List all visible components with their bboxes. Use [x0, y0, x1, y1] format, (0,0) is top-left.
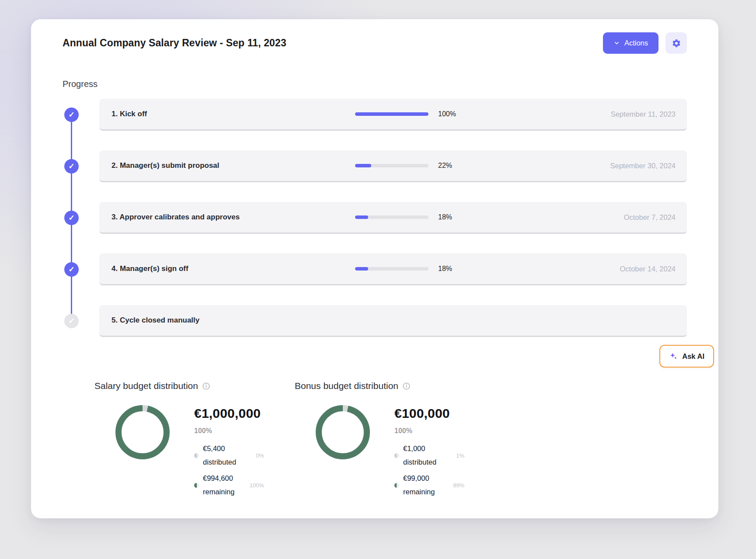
check-icon: ✓: [68, 265, 74, 274]
progress-step-row-1[interactable]: 1. Kick off 100% September 11, 2023: [99, 99, 687, 131]
salary-donut-chart: [112, 402, 173, 463]
step-completed-icon: ✓: [64, 159, 79, 174]
step-pending-icon: ✓: [64, 314, 79, 328]
salary-legend: €5,400 distributed 0% €994,600 remaining: [194, 442, 264, 499]
salary-budget-title: Salary budget distribution: [94, 381, 198, 391]
remaining-amount: €994,600: [203, 472, 234, 485]
salary-total-percent: 100%: [194, 427, 264, 435]
check-icon: ✓: [68, 110, 74, 119]
header-actions: Actions: [603, 32, 687, 54]
remaining-label: remaining: [203, 485, 234, 499]
legend-item-remaining: €994,600 remaining 100%: [194, 472, 264, 499]
distributed-percent: 0%: [256, 452, 264, 459]
step-completed-icon: ✓: [64, 211, 79, 225]
remaining-swatch-icon: [394, 483, 399, 488]
step-label: 1. Kick off: [111, 110, 355, 118]
step-progress-bar-fill: [355, 267, 368, 271]
bonus-legend: €1,000 distributed 1% €99,000 remaining: [394, 442, 464, 499]
progress-step-row-4[interactable]: 4. Manager(s) sign off 18% October 14, 2…: [99, 253, 687, 285]
bonus-total-amount: €100,000: [394, 406, 464, 421]
progress-step-row-5[interactable]: 5. Cycle closed manually: [99, 305, 687, 337]
salary-total-amount: €1,000,000: [194, 406, 264, 421]
desktop-background: Annual Company Salary Review - Sep 11, 2…: [0, 0, 756, 559]
ask-ai-row: Ask AI: [63, 345, 714, 368]
bonus-total-percent: 100%: [394, 427, 464, 435]
bonus-budget-title: Bonus budget distribution: [295, 381, 398, 391]
legend-text: €99,000 remaining: [403, 472, 435, 499]
step-progress-bar: [355, 164, 429, 167]
bonus-budget-section: Bonus budget distribution €100,000 100%: [295, 381, 464, 501]
step-label: 5. Cycle closed manually: [111, 316, 355, 325]
info-icon[interactable]: [403, 382, 410, 390]
actions-button-label: Actions: [624, 39, 648, 47]
progress-timeline: ✓ 1. Kick off 100% September 11, 2023 ✓ …: [63, 99, 687, 337]
progress-step-4: ✓ 4. Manager(s) sign off 18% October 14,…: [63, 253, 687, 285]
step-completed-icon: ✓: [64, 108, 79, 122]
step-progress-bar-fill: [355, 164, 371, 167]
progress-step-3: ✓ 3. Approver calibrates and approves 18…: [63, 202, 687, 234]
step-date: October 14, 2024: [620, 265, 676, 273]
gear-icon: [672, 38, 681, 48]
salary-budget-stats: €1,000,000 100% €5,400 distributed 0%: [194, 406, 264, 501]
step-progress-bar-fill: [355, 112, 429, 116]
remaining-swatch-icon: [194, 483, 199, 488]
salary-review-card: Annual Company Salary Review - Sep 11, 2…: [31, 19, 718, 518]
progress-heading: Progress: [63, 79, 687, 89]
step-label: 2. Manager(s) submit proposal: [111, 161, 355, 170]
ask-ai-label: Ask AI: [682, 352, 704, 361]
progress-step-5: ✓ 5. Cycle closed manually: [63, 305, 687, 337]
distributed-swatch-icon: [194, 453, 199, 458]
salary-budget-body: €1,000,000 100% €5,400 distributed 0%: [94, 402, 295, 501]
distributed-amount: €5,400: [203, 442, 236, 455]
step-completed-icon: ✓: [64, 262, 79, 277]
chevron-down-icon: [613, 40, 620, 46]
legend-item-distributed: €5,400 distributed 0%: [194, 442, 264, 469]
progress-step-2: ✓ 2. Manager(s) submit proposal 22% Sept…: [63, 150, 687, 182]
remaining-percent: 99%: [453, 482, 464, 489]
distributed-amount: €1,000: [403, 442, 436, 455]
ask-ai-button[interactable]: Ask AI: [659, 345, 714, 368]
legend-item-remaining: €99,000 remaining 99%: [394, 472, 464, 499]
step-progress-bar: [355, 112, 429, 116]
step-date: September 30, 2024: [610, 162, 676, 170]
step-label: 3. Approver calibrates and approves: [111, 213, 355, 222]
step-label: 4. Manager(s) sign off: [111, 264, 355, 273]
bonus-budget-body: €100,000 100% €1,000 distributed 1%: [295, 402, 464, 501]
remaining-label: remaining: [403, 485, 435, 499]
page-title: Annual Company Salary Review - Sep 11, 2…: [63, 37, 286, 49]
bonus-budget-stats: €100,000 100% €1,000 distributed 1%: [394, 406, 464, 501]
legend-text: €5,400 distributed: [203, 442, 236, 469]
actions-button[interactable]: Actions: [603, 32, 658, 54]
legend-text: €1,000 distributed: [403, 442, 436, 469]
step-percent: 22%: [438, 162, 463, 170]
legend-item-distributed: €1,000 distributed 1%: [394, 442, 464, 469]
bonus-budget-heading: Bonus budget distribution: [295, 381, 464, 391]
salary-budget-section: Salary budget distribution €1,000,000 10…: [94, 381, 295, 501]
step-progress-bar: [355, 215, 429, 219]
step-date: October 7, 2024: [624, 213, 676, 222]
settings-button[interactable]: [665, 32, 687, 54]
bonus-donut-chart: [312, 402, 373, 463]
check-icon: ✓: [68, 316, 74, 326]
distributed-label: distributed: [203, 455, 236, 469]
legend-text: €994,600 remaining: [203, 472, 234, 499]
progress-step-row-2[interactable]: 2. Manager(s) submit proposal 22% Septem…: [99, 150, 687, 182]
salary-budget-heading: Salary budget distribution: [94, 381, 295, 391]
distributed-percent: 1%: [456, 452, 464, 459]
step-progress-bar: [355, 267, 429, 271]
distributed-swatch-icon: [394, 453, 399, 458]
check-icon: ✓: [68, 213, 74, 222]
remaining-percent: 100%: [250, 482, 264, 489]
progress-step-1: ✓ 1. Kick off 100% September 11, 2023: [63, 99, 687, 131]
step-percent: 18%: [438, 265, 463, 273]
distributed-label: distributed: [403, 455, 436, 469]
budget-distributions: Salary budget distribution €1,000,000 10…: [63, 381, 687, 501]
sparkle-icon: [669, 352, 678, 361]
remaining-amount: €99,000: [403, 472, 435, 485]
step-percent: 100%: [438, 110, 463, 118]
progress-step-row-3[interactable]: 3. Approver calibrates and approves 18% …: [99, 202, 687, 234]
check-icon: ✓: [68, 162, 74, 171]
card-header: Annual Company Salary Review - Sep 11, 2…: [63, 32, 687, 54]
step-percent: 18%: [438, 213, 463, 221]
info-icon[interactable]: [202, 382, 210, 390]
